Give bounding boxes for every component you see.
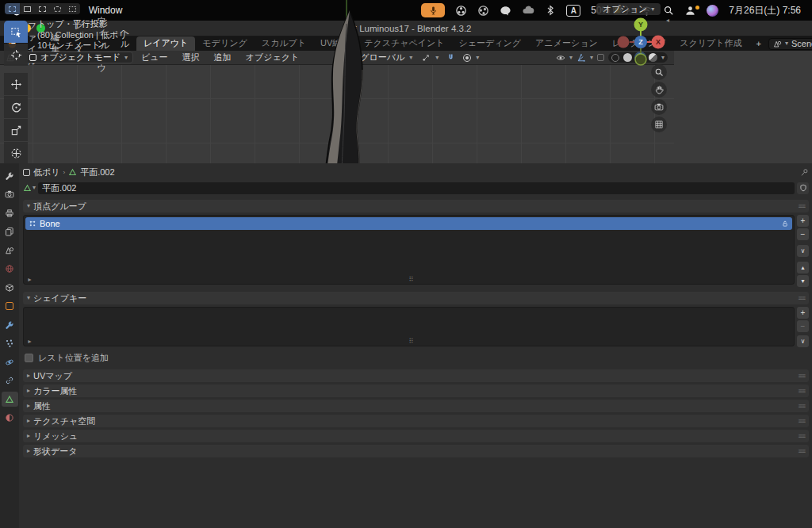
- scene-icon: [773, 40, 782, 48]
- breadcrumb-object[interactable]: 低ポリ: [33, 166, 60, 178]
- pin-id-button[interactable]: [800, 168, 809, 177]
- mesh-browse-button[interactable]: ▾: [23, 184, 36, 193]
- section-texture-space[interactable]: ▸テクスチャ空間≡≡: [23, 415, 809, 427]
- add-workspace-button[interactable]: +: [749, 38, 768, 50]
- tab-physics[interactable]: [2, 354, 18, 369]
- section-grip-icon[interactable]: ≡≡: [798, 387, 805, 395]
- vertex-group-icon: [29, 220, 36, 228]
- vertex-group-name: Bone: [40, 219, 60, 228]
- tab-constraints[interactable]: [2, 373, 18, 388]
- tab-view-layer[interactable]: [2, 224, 18, 239]
- siri-icon[interactable]: [707, 5, 718, 17]
- move-group-up-button[interactable]: ▲: [797, 262, 809, 274]
- menubar-clock[interactable]: 7月26日(土) 7:56: [729, 4, 801, 17]
- pan-view-button[interactable]: [651, 82, 667, 98]
- tab-collection[interactable]: [2, 280, 18, 295]
- section-title: 形状データ: [33, 446, 78, 457]
- section-title: 頂点グループ: [33, 201, 86, 212]
- tool-cursor[interactable]: [4, 65, 28, 66]
- section-title: テクスチャ空間: [33, 415, 95, 427]
- mesh-data-icon: [68, 168, 77, 177]
- remove-shape-key-button[interactable]: −: [797, 320, 809, 332]
- right-panel: ▾ ▾ ▾ シーンコレクション ▾ Collection ✓: [0, 501, 138, 528]
- tab-object[interactable]: [2, 299, 18, 314]
- section-shape-keys[interactable]: ▾ シェイプキー ≡≡: [23, 292, 809, 304]
- section-title: カラー属性: [33, 385, 78, 397]
- chevron-down-icon: ▾: [785, 40, 788, 47]
- add-shape-key-button[interactable]: +: [797, 307, 809, 319]
- chevron-down-icon: ▾: [27, 203, 30, 209]
- mesh-name-field[interactable]: 平面.002: [38, 182, 795, 194]
- section-grip-icon[interactable]: ≡≡: [798, 417, 805, 425]
- section-title: シェイプキー: [33, 293, 86, 304]
- breadcrumb: 低ポリ › 平面.002: [23, 166, 809, 179]
- tool-move[interactable]: [4, 73, 28, 95]
- section-uv-maps[interactable]: ▸UVマップ≡≡: [23, 369, 809, 382]
- section-remesh[interactable]: ▸リメッシュ≡≡: [23, 430, 809, 442]
- breadcrumb-separator: ›: [63, 170, 66, 176]
- shape-key-specials-button[interactable]: ∨: [797, 335, 809, 347]
- tab-material[interactable]: [2, 411, 18, 426]
- rest-position-label: レスト位置を追加: [38, 352, 109, 364]
- list-expand-icon[interactable]: ►: [27, 277, 33, 282]
- section-vertex-groups[interactable]: ▾ 頂点グループ ≡≡: [23, 200, 809, 212]
- vertex-group-item[interactable]: Bone: [25, 217, 792, 230]
- zoom-view-button[interactable]: [651, 65, 667, 80]
- section-title: UVマップ: [33, 370, 72, 382]
- tab-object-data[interactable]: [2, 392, 18, 407]
- user-notification-dot: [695, 6, 699, 10]
- tool-transform[interactable]: [4, 142, 28, 164]
- chevron-down-icon: ▾: [27, 295, 30, 301]
- tool-scale[interactable]: [4, 119, 28, 141]
- list-expand-icon[interactable]: ►: [27, 339, 33, 344]
- tab-scripting[interactable]: スクリプト作成: [672, 36, 749, 51]
- section-grip-icon[interactable]: ≡≡: [798, 202, 805, 210]
- section-attributes[interactable]: ▸属性≡≡: [23, 400, 809, 412]
- rest-position-checkbox[interactable]: [25, 354, 33, 362]
- tab-output[interactable]: [2, 205, 18, 220]
- shape-key-list[interactable]: ► ⠿: [23, 307, 795, 346]
- vertex-group-specials-button[interactable]: ∨: [797, 245, 809, 257]
- section-geometry-data[interactable]: ▸形状データ≡≡: [23, 445, 809, 457]
- section-title: 属性: [33, 400, 51, 412]
- tab-tool[interactable]: [2, 168, 18, 183]
- ortho-toggle-button[interactable]: [651, 117, 667, 132]
- tab-scene[interactable]: [2, 243, 18, 258]
- tool-rotate[interactable]: [4, 96, 28, 118]
- camera-view-button[interactable]: [651, 99, 667, 115]
- tab-modifiers[interactable]: [2, 317, 18, 332]
- vertex-group-list[interactable]: Bone ► ⠿: [23, 215, 795, 285]
- blender-window: Blender Window A 50% 7月26日(土) 7:56: [0, 0, 812, 528]
- tab-particles[interactable]: [2, 336, 18, 351]
- mesh-name-value: 平面.002: [42, 182, 76, 194]
- lock-icon[interactable]: [781, 220, 789, 228]
- list-resize-grip[interactable]: ⠿: [409, 276, 414, 283]
- scene-selector[interactable]: ▾ Scene ✕: [768, 38, 812, 50]
- section-grip-icon[interactable]: ≡≡: [798, 402, 805, 410]
- remove-vertex-group-button[interactable]: −: [797, 228, 809, 240]
- section-grip-icon[interactable]: ≡≡: [798, 432, 805, 440]
- tab-render[interactable]: [2, 187, 18, 202]
- section-grip-icon[interactable]: ≡≡: [798, 447, 805, 455]
- section-title: リメッシュ: [33, 430, 78, 442]
- datablock-row: ▾ 平面.002: [23, 181, 809, 195]
- move-group-down-button[interactable]: ▼: [797, 275, 809, 287]
- scene-name: Scene: [791, 39, 812, 48]
- fake-user-button[interactable]: [797, 182, 809, 194]
- section-color-attributes[interactable]: ▸カラー属性≡≡: [23, 385, 809, 397]
- user-switch-icon[interactable]: [684, 5, 696, 17]
- properties-tab-strip: [0, 163, 19, 528]
- object-icon: [23, 169, 30, 176]
- rest-position-row: レスト位置を追加: [23, 350, 809, 365]
- properties-content: 低ポリ › 平面.002 ▾ 平面.002 ▾ 頂点グループ ≡≡: [19, 163, 812, 528]
- section-grip-icon[interactable]: ≡≡: [798, 294, 805, 302]
- tab-world[interactable]: [2, 262, 18, 277]
- list-resize-grip[interactable]: ⠿: [409, 338, 414, 345]
- add-vertex-group-button[interactable]: +: [797, 215, 809, 227]
- section-grip-icon[interactable]: ≡≡: [798, 372, 805, 380]
- breadcrumb-data[interactable]: 平面.002: [80, 166, 114, 178]
